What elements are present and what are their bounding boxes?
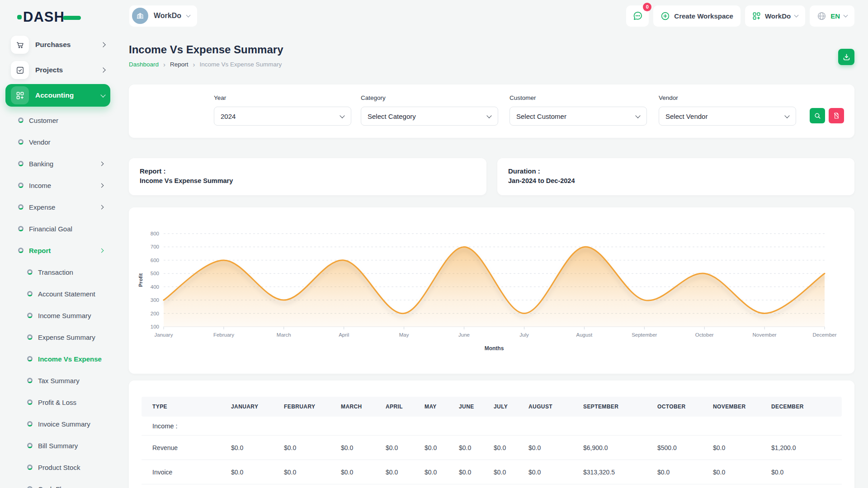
row-value: $1,200.0 (771, 436, 842, 460)
create-workspace-button[interactable]: Create Workspace (653, 5, 741, 27)
workspace-name: WorkDo (154, 12, 181, 20)
row-value: $500.0 (657, 436, 713, 460)
sidebar-item-label: Banking (29, 160, 100, 168)
download-icon (842, 53, 851, 61)
y-axis-tick-label: 400 (151, 284, 159, 290)
vendor-label: Vendor (659, 94, 796, 101)
y-axis-tick-label: 500 (151, 271, 159, 276)
sidebar-item-invoice-summary[interactable]: Invoice Summary (0, 413, 116, 435)
logo-dash-icon (63, 16, 81, 20)
sidebar-item-income-summary[interactable]: Income Summary (0, 305, 116, 326)
language-code: EN (830, 12, 840, 20)
sidebar-item-label: Customer (29, 117, 103, 124)
sidebar-item-product-stock[interactable]: Product Stock (0, 456, 116, 478)
x-axis-tick-label: February (213, 332, 234, 338)
bullet-ring-icon (27, 269, 33, 275)
sidebar-item-label: Account Statement (38, 290, 103, 298)
row-value: $0.0 (459, 436, 494, 460)
workdo-menu-button[interactable]: WorkDo (745, 5, 805, 27)
topbar: WorkDo 0 Create Workspace WorkDo EN (116, 0, 868, 32)
sidebar-item-expense-summary[interactable]: Expense Summary (0, 326, 116, 348)
download-report-button[interactable] (838, 49, 854, 65)
chevron-down-icon (844, 13, 848, 18)
chart-svg: 100200300400500600700800JanuaryFebruaryM… (136, 215, 847, 359)
chevron-right-icon (100, 67, 105, 72)
y-axis-tick-label: 200 (151, 311, 159, 316)
row-type: Revenue (142, 436, 231, 460)
chart-card: 100200300400500600700800JanuaryFebruaryM… (129, 207, 854, 374)
row-value: $0.0 (494, 436, 528, 460)
vendor-select-value: Select Vendor (665, 113, 708, 120)
breadcrumb-dashboard-link[interactable]: Dashboard (129, 61, 159, 68)
sidebar-item-report[interactable]: Report (0, 239, 116, 261)
sidebar-item-bill-summary[interactable]: Bill Summary (0, 435, 116, 456)
reset-filter-button[interactable] (829, 108, 844, 123)
table-header: TYPEJANUARYFEBRUARYMARCHAPRILMAYJUNEJULY… (142, 397, 842, 417)
sidebar-item-cash-flow[interactable]: Cash Flow (0, 478, 116, 488)
bullet-ring-icon (18, 204, 24, 210)
breadcrumb-report-link[interactable]: Report (170, 61, 189, 68)
sidebar-item-vendor[interactable]: Vendor (0, 131, 116, 153)
x-axis-tick-label: November (753, 332, 777, 338)
chevron-right-icon (99, 205, 104, 209)
breadcrumb: Dashboard › Report › Income Vs Expense S… (129, 61, 854, 68)
category-select[interactable]: Select Category (361, 107, 498, 126)
bullet-ring-icon (27, 291, 33, 296)
x-axis-tick-label: October (695, 332, 714, 338)
bullet-ring-icon (18, 248, 24, 253)
sidebar-item-label: Accounting (35, 91, 95, 99)
sidebar-item-label: Purchases (35, 41, 95, 49)
row-value: $0.0 (713, 436, 771, 460)
messages-button[interactable]: 0 (626, 5, 649, 27)
customer-select[interactable]: Select Customer (509, 107, 647, 126)
apply-filter-button[interactable] (810, 108, 825, 123)
category-label: Category (361, 94, 498, 101)
sidebar-item-transaction[interactable]: Transaction (0, 261, 116, 283)
sidebar-item-profit-loss[interactable]: Profit & Loss (0, 391, 116, 413)
sidebar-item-accounting[interactable]: Accounting (5, 84, 110, 107)
vendor-select[interactable]: Select Vendor (659, 107, 796, 126)
table-column-header: MAY (425, 397, 459, 417)
year-select[interactable]: 2024 (214, 107, 351, 126)
grid-plus-icon (752, 12, 761, 20)
table-column-header: APRIL (386, 397, 425, 417)
sidebar-item-label: Product Stock (38, 464, 103, 471)
sidebar-item-projects[interactable]: Projects (5, 59, 110, 81)
sidebar-item-purchases[interactable]: Purchases (5, 33, 110, 56)
sidebar-item-account-statement[interactable]: Account Statement (0, 283, 116, 305)
workspace-avatar (132, 8, 148, 24)
file-slash-icon (833, 112, 840, 119)
sidebar-item-income[interactable]: Income (0, 174, 116, 196)
y-axis-tick-label: 600 (151, 258, 159, 263)
messages-badge: 0 (643, 3, 651, 11)
row-value: $0.0 (713, 460, 771, 484)
vendor-filter: Vendor Select Vendor (659, 94, 796, 126)
customer-filter: Customer Select Customer (509, 94, 647, 126)
row-value: $0.0 (231, 460, 284, 484)
sidebar-item-label: Vendor (29, 138, 103, 146)
income-expense-table: TYPEJANUARYFEBRUARYMARCHAPRILMAYJUNEJULY… (142, 397, 842, 488)
sidebar-item-financial-goal[interactable]: Financial Goal (0, 218, 116, 239)
row-value: $0.0 (386, 436, 425, 460)
language-selector[interactable]: EN (810, 5, 854, 27)
workspace-selector[interactable]: WorkDo (129, 5, 197, 27)
x-axis-tick-label: September (632, 332, 657, 338)
row-value: $0.0 (425, 436, 459, 460)
app-logo[interactable]: DASH (17, 6, 116, 28)
workdo-menu-label: WorkDo (765, 12, 791, 20)
row-value: $0.0 (771, 460, 842, 484)
sidebar-item-expense[interactable]: Expense (0, 196, 116, 218)
sidebar-item-customer[interactable]: Customer (0, 109, 116, 131)
grid-plus-icon (11, 86, 29, 104)
breadcrumb-separator-icon: › (163, 61, 165, 68)
row-value: $0.0 (284, 460, 341, 484)
bullet-ring-icon (18, 226, 24, 231)
y-axis-tick-label: 800 (151, 231, 159, 236)
sidebar-item-income-vs-expense[interactable]: Income Vs Expense (0, 348, 116, 370)
row-type: Invoice (142, 460, 231, 484)
row-value: $0.0 (341, 436, 386, 460)
duration-info-card: Duration : Jan-2024 to Dec-2024 (497, 158, 854, 195)
sidebar-item-tax-summary[interactable]: Tax Summary (0, 370, 116, 391)
sidebar-item-label: Cash Flow (38, 485, 103, 488)
sidebar-item-banking[interactable]: Banking (0, 153, 116, 174)
